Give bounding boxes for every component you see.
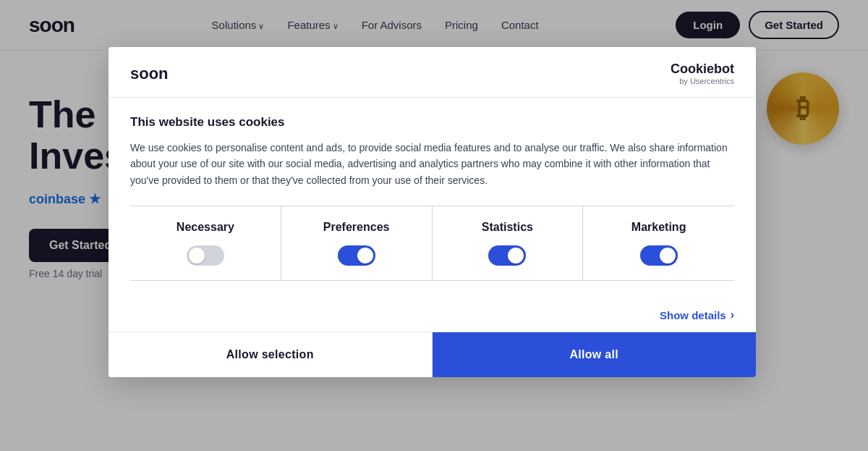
statistics-toggle[interactable]: [488, 245, 526, 266]
cookie-consent-modal: soon Cookiebot by Usercentrics This webs…: [109, 47, 756, 377]
allow-selection-button[interactable]: Allow selection: [109, 332, 433, 377]
statistics-slider: [488, 245, 526, 266]
necessary-toggle[interactable]: [187, 245, 224, 266]
category-marketing-label: Marketing: [631, 221, 686, 234]
necessary-slider: [187, 245, 224, 266]
cookiebot-sub: by Usercentrics: [679, 77, 734, 85]
modal-logo: soon: [130, 64, 169, 83]
cookiebot-brand: Cookiebot by Usercentrics: [671, 62, 734, 85]
show-details-row: Show details ›: [109, 298, 756, 332]
category-preferences: Preferences: [281, 206, 433, 281]
modal-header: soon Cookiebot by Usercentrics: [109, 47, 756, 98]
category-necessary: Necessary: [130, 206, 281, 281]
cookiebot-label: Cookiebot: [671, 62, 734, 77]
category-preferences-label: Preferences: [323, 221, 390, 234]
preferences-slider: [338, 245, 375, 266]
category-statistics-label: Statistics: [482, 221, 533, 234]
modal-description: We use cookies to personalise content an…: [130, 140, 734, 188]
preferences-toggle[interactable]: [338, 245, 375, 266]
allow-all-button[interactable]: Allow all: [433, 332, 757, 377]
marketing-slider: [640, 245, 678, 266]
cookie-categories: Necessary Preferences Statistics: [130, 206, 734, 281]
modal-body: This website uses cookies We use cookies…: [109, 98, 756, 298]
category-necessary-label: Necessary: [176, 221, 234, 234]
modal-actions: Allow selection Allow all: [109, 332, 756, 377]
chevron-right-icon: ›: [731, 308, 734, 321]
modal-title: This website uses cookies: [130, 115, 734, 130]
show-details-link[interactable]: Show details ›: [660, 308, 734, 321]
show-details-label: Show details: [660, 309, 726, 321]
category-marketing: Marketing: [583, 206, 734, 281]
category-statistics: Statistics: [433, 206, 584, 281]
marketing-toggle[interactable]: [640, 245, 678, 266]
